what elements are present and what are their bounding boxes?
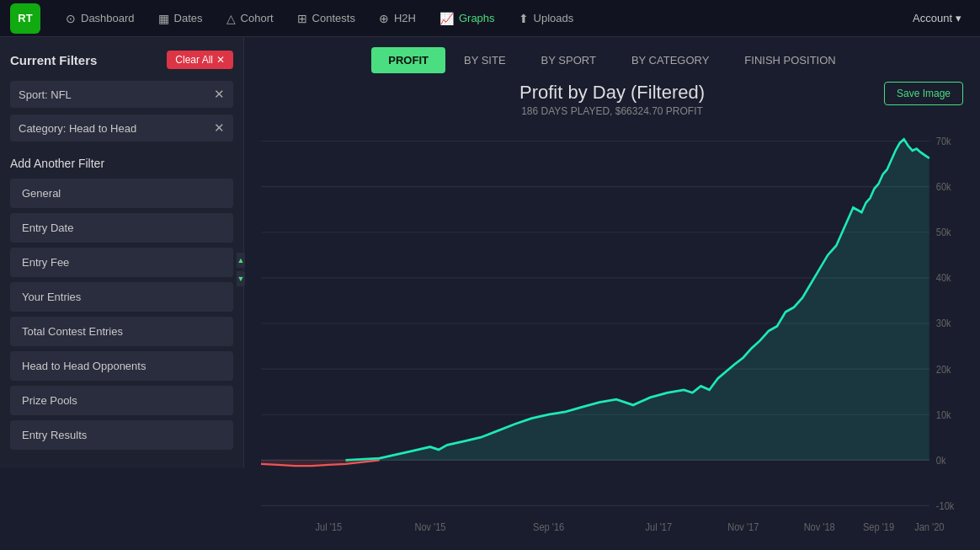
sport-filter-label: Sport: NFL <box>19 88 72 101</box>
nav-uploads-label: Uploads <box>534 12 574 24</box>
clear-all-label: Clear All <box>175 54 213 66</box>
tab-by-sport[interactable]: BY SPORT <box>525 47 613 73</box>
tab-profit[interactable]: PROFIT <box>371 47 445 73</box>
chart-title-row: Profit by Day (Filtered) 186 DAYS PLAYED… <box>261 82 963 117</box>
account-menu[interactable]: Account ▾ <box>904 7 970 29</box>
nav-contests[interactable]: ⊞ Contests <box>287 7 365 30</box>
nav-cohort-label: Cohort <box>241 12 274 24</box>
svg-text:50k: 50k <box>936 227 951 238</box>
uploads-icon: ⬆ <box>519 12 529 25</box>
nav-uploads[interactable]: ⬆ Uploads <box>509 7 584 30</box>
chevron-up-icon: ▲ <box>237 256 245 264</box>
prize-pools-filter-button[interactable]: Prize Pools <box>10 386 233 415</box>
chart-wrapper: 70k 60k 50k 40k 30k 20k 10k 0k -10k Jul … <box>261 122 963 540</box>
content-area: PROFIT BY SITE BY SPORT BY CATEGORY FINI… <box>244 37 980 550</box>
svg-text:Nov '17: Nov '17 <box>727 521 759 532</box>
svg-text:Nov '15: Nov '15 <box>414 521 446 532</box>
your-entries-filter-button[interactable]: Your Entries <box>10 282 233 312</box>
account-chevron-icon: ▾ <box>956 12 961 24</box>
sidebar: Current Filters Clear All ✕ Sport: NFL ✕… <box>0 37 244 468</box>
svg-text:60k: 60k <box>936 181 951 193</box>
nav-dashboard-label: Dashboard <box>81 12 135 24</box>
profit-chart: 70k 60k 50k 40k 30k 20k 10k 0k -10k Jul … <box>261 122 963 540</box>
svg-text:-10k: -10k <box>936 499 955 511</box>
nav-h2h-label: H2H <box>394 12 416 24</box>
svg-text:Jul '15: Jul '15 <box>316 521 343 532</box>
entry-date-filter-button[interactable]: Entry Date <box>10 213 233 243</box>
clear-all-button[interactable]: Clear All ✕ <box>167 51 233 69</box>
category-filter-remove-icon[interactable]: ✕ <box>214 120 225 136</box>
entry-fee-filter-button[interactable]: Entry Fee <box>10 248 233 277</box>
svg-text:70k: 70k <box>936 135 951 147</box>
chart-container: Profit by Day (Filtered) 186 DAYS PLAYED… <box>244 73 980 550</box>
general-filter-button[interactable]: General <box>10 179 233 208</box>
svg-text:30k: 30k <box>936 318 951 329</box>
dashboard-icon: ⊙ <box>66 12 76 25</box>
save-image-button[interactable]: Save Image <box>884 82 963 105</box>
svg-text:0k: 0k <box>936 454 946 466</box>
svg-text:Sep '19: Sep '19 <box>863 521 894 532</box>
tab-finish-position[interactable]: FINISH POSITION <box>727 47 852 73</box>
sport-filter-remove-icon[interactable]: ✕ <box>214 87 225 102</box>
sidebar-header: Current Filters Clear All ✕ <box>10 51 233 69</box>
nav-dates-label: Dates <box>174 12 203 24</box>
clear-all-icon: ✕ <box>216 54 225 66</box>
category-filter-tag: Category: Head to Head ✕ <box>10 115 233 142</box>
h2h-icon: ⊕ <box>379 12 389 25</box>
sidebar-title: Current Filters <box>10 53 97 67</box>
entry-results-filter-button[interactable]: Entry Results <box>10 420 233 450</box>
navbar: RT ⊙ Dashboard ▦ Dates △ Cohort ⊞ Contes… <box>0 0 980 37</box>
svg-text:10k: 10k <box>936 408 951 420</box>
chart-tabs: PROFIT BY SITE BY SPORT BY CATEGORY FINI… <box>244 37 980 73</box>
nav-h2h[interactable]: ⊕ H2H <box>369 7 426 30</box>
head-to-head-opponents-filter-button[interactable]: Head to Head Opponents <box>10 351 233 381</box>
account-label: Account <box>913 12 952 24</box>
svg-text:Sep '16: Sep '16 <box>533 521 565 532</box>
nav-graphs-label: Graphs <box>459 12 495 24</box>
svg-text:Jul '17: Jul '17 <box>645 521 672 532</box>
total-contest-entries-filter-button[interactable]: Total Contest Entries <box>10 317 233 346</box>
tab-by-site[interactable]: BY SITE <box>447 47 523 73</box>
nav-dashboard[interactable]: ⊙ Dashboard <box>56 7 145 30</box>
tab-by-category[interactable]: BY CATEGORY <box>615 47 726 73</box>
graphs-icon: 📈 <box>439 12 454 25</box>
svg-text:40k: 40k <box>936 272 951 284</box>
nav-graphs[interactable]: 📈 Graphs <box>429 7 505 30</box>
sport-filter-tag: Sport: NFL ✕ <box>10 81 233 108</box>
sidebar-collapse-bottom[interactable]: ▼ <box>237 271 245 286</box>
dates-icon: ▦ <box>158 12 169 25</box>
chart-title: Profit by Day (Filtered) <box>261 82 963 104</box>
svg-text:Jan '20: Jan '20 <box>914 521 945 532</box>
nav-dates[interactable]: ▦ Dates <box>148 7 213 30</box>
sidebar-collapse-top[interactable]: ▲ <box>237 253 245 268</box>
category-filter-label: Category: Head to Head <box>19 122 136 135</box>
nav-cohort[interactable]: △ Cohort <box>216 7 284 30</box>
nav-items: ⊙ Dashboard ▦ Dates △ Cohort ⊞ Contests … <box>56 7 904 30</box>
svg-text:20k: 20k <box>936 363 951 375</box>
main-layout: Current Filters Clear All ✕ Sport: NFL ✕… <box>0 37 980 550</box>
add-filter-title: Add Another Filter <box>10 157 233 170</box>
app-logo: RT <box>10 3 40 34</box>
svg-text:Nov '18: Nov '18 <box>804 521 836 532</box>
cohort-icon: △ <box>226 12 236 25</box>
chart-subtitle: 186 DAYS PLAYED, $66324.70 PROFIT <box>261 105 963 117</box>
nav-contests-label: Contests <box>312 12 355 24</box>
contests-icon: ⊞ <box>297 12 307 25</box>
chevron-down-icon: ▼ <box>237 275 245 283</box>
sidebar-wrapper: Current Filters Clear All ✕ Sport: NFL ✕… <box>0 37 244 550</box>
